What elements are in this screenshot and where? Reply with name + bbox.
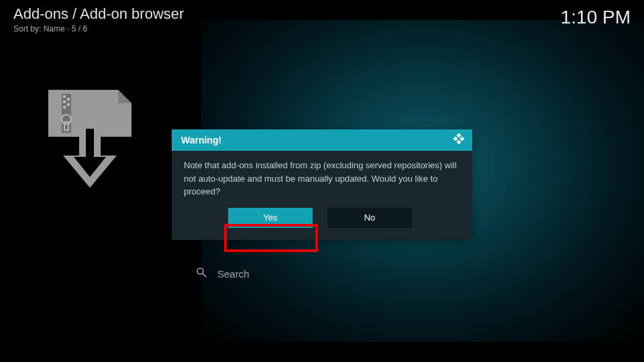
- svg-rect-3: [63, 101, 66, 103]
- svg-line-13: [203, 274, 206, 277]
- svg-rect-2: [67, 98, 70, 101]
- sort-prefix: Sort by:: [13, 24, 44, 34]
- warning-dialog: Warning! Note that add-ons installed fro…: [172, 129, 472, 240]
- no-button[interactable]: No: [327, 208, 412, 228]
- svg-rect-4: [67, 103, 70, 106]
- header: Add-ons / Add-on browser Sort by: Name ·…: [13, 5, 184, 34]
- dialog-button-row: Yes No: [172, 208, 472, 240]
- search-icon: [196, 267, 207, 280]
- zip-download-icon: [43, 90, 137, 190]
- dialog-message: Note that add-ons installed from zip (ex…: [172, 151, 472, 208]
- svg-rect-1: [63, 95, 66, 98]
- search-row[interactable]: [196, 267, 419, 280]
- install-from-zip-icon[interactable]: [43, 90, 137, 193]
- clock: 1:10 PM: [561, 7, 631, 28]
- dialog-title: Warning!: [181, 135, 221, 145]
- search-input[interactable]: [217, 268, 419, 280]
- svg-rect-10: [453, 136, 458, 141]
- kodi-logo-icon: [452, 132, 466, 148]
- svg-rect-11: [456, 139, 461, 144]
- svg-rect-9: [460, 136, 464, 141]
- sort-separator: ·: [65, 24, 72, 34]
- list-position: 5 / 6: [72, 24, 87, 34]
- breadcrumb: Add-ons / Add-on browser: [13, 5, 184, 23]
- svg-rect-5: [63, 106, 66, 109]
- yes-button[interactable]: Yes: [228, 208, 313, 228]
- dialog-titlebar: Warning!: [172, 129, 472, 151]
- sort-status: Sort by: Name · 5 / 6: [13, 24, 184, 34]
- svg-rect-8: [456, 133, 461, 138]
- sort-field: Name: [44, 24, 65, 34]
